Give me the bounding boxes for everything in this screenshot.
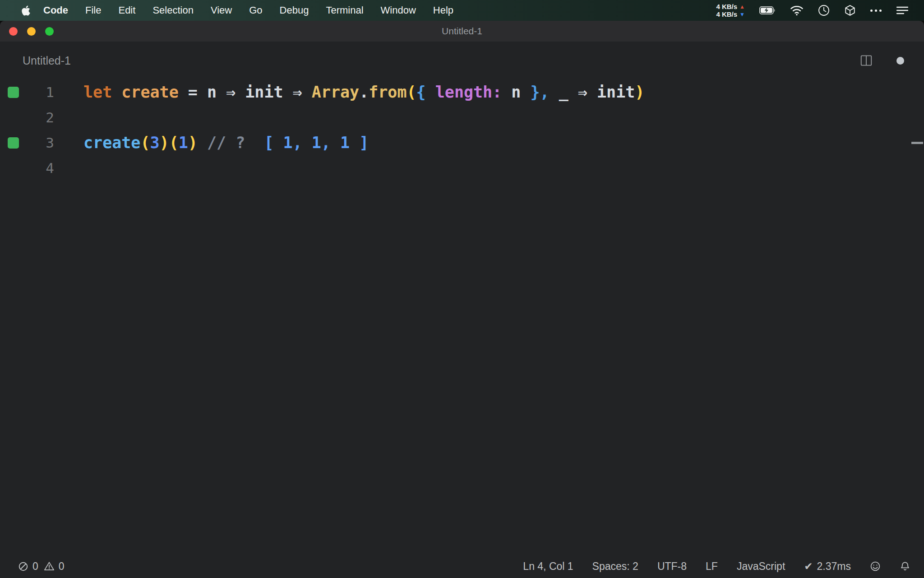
close-button[interactable] [9, 27, 18, 36]
menu-item-help[interactable]: Help [425, 5, 462, 16]
code-token: n [207, 83, 217, 101]
code-token: n [502, 83, 530, 101]
menu-items: Code File Edit Selection View Go Debug T… [35, 5, 462, 16]
quokka-coverage-indicator [0, 137, 29, 149]
feedback-button[interactable] [870, 561, 881, 572]
zoom-button[interactable] [45, 27, 54, 36]
error-icon [18, 561, 28, 572]
battery-status-item[interactable] [759, 6, 776, 14]
code-token: // ? [207, 134, 245, 152]
list-icon [896, 6, 909, 15]
quokka-perf[interactable]: ✔ 2.37ms [804, 560, 851, 573]
cursor-position[interactable]: Ln 4, Col 1 [523, 560, 573, 573]
menu-item-terminal[interactable]: Terminal [317, 5, 372, 16]
apple-icon [22, 5, 30, 16]
code-text: let create = n ⇒ init ⇒ Array.from({ len… [54, 83, 644, 101]
menu-item-selection[interactable]: Selection [144, 5, 202, 16]
code-line-2[interactable]: 2 [0, 105, 924, 130]
menu-item-file[interactable]: File [77, 5, 110, 16]
problems-button[interactable]: 0 0 [18, 560, 65, 573]
code-token: ⇒ [217, 83, 245, 101]
smiley-icon [870, 561, 881, 572]
code-token: create [121, 83, 178, 101]
code-token [198, 134, 207, 152]
menu-item-go[interactable]: Go [240, 5, 271, 16]
code-token: init [597, 83, 635, 101]
menu-item-view[interactable]: View [202, 5, 240, 16]
status-bar: 0 0 Ln 4, Col 1 Spaces: 2 UTF-8 LF JavaS… [0, 555, 924, 578]
upload-arrow-icon: ▲ [739, 4, 745, 9]
line-number: 3 [29, 135, 54, 151]
line-number: 1 [29, 84, 54, 100]
line-number: 2 [29, 109, 54, 126]
network-upload-row: 4 KB/s ▲ [716, 3, 745, 10]
minimize-button[interactable] [27, 27, 36, 36]
wifi-status-item[interactable] [790, 5, 804, 16]
code-token: from [369, 83, 407, 101]
quokka-coverage-indicator [0, 87, 29, 98]
editor[interactable]: 1let create = n ⇒ init ⇒ Array.from({ le… [0, 79, 924, 555]
download-arrow-icon: ▼ [739, 12, 745, 17]
code-token: let [83, 83, 112, 101]
warning-count: 0 [59, 560, 65, 573]
network-upload-value: 4 KB/s [716, 3, 737, 10]
menu-item-edit[interactable]: Edit [110, 5, 144, 16]
network-download-row: 4 KB/s ▼ [716, 10, 745, 18]
code-line-3[interactable]: 3create(3)(1) // ? [ 1, 1, 1 ] [0, 130, 924, 155]
editor-tab-title[interactable]: Untitled-1 [23, 54, 71, 67]
errors-group: 0 [18, 560, 38, 573]
menu-bar-status-items: 4 KB/s ▲ 4 KB/s ▼ [716, 3, 909, 18]
menu-item-code[interactable]: Code [35, 5, 77, 16]
error-count: 0 [32, 560, 38, 573]
split-editor-button[interactable] [859, 54, 873, 67]
apple-menu[interactable] [17, 5, 35, 16]
window-title: Untitled-1 [0, 26, 924, 37]
vscode-window: Untitled-1 Untitled-1 1let create = n ⇒ … [0, 21, 924, 578]
eol-sequence[interactable]: LF [706, 560, 718, 573]
code-line-4[interactable]: 4 [0, 155, 924, 181]
network-speed-item[interactable]: 4 KB/s ▲ 4 KB/s ▼ [716, 3, 745, 18]
code-token: _ ⇒ [550, 83, 597, 101]
code-token: [ 1, 1, 1 ] [264, 134, 369, 152]
code-token: = [179, 83, 207, 101]
status-bar-right: Ln 4, Col 1 Spaces: 2 UTF-8 LF JavaScrip… [523, 560, 910, 573]
code-token: length: [435, 83, 502, 101]
cube-icon [844, 5, 856, 16]
code-token: { [416, 83, 435, 101]
unsaved-indicator-dot[interactable] [896, 57, 904, 65]
code-token: 1 [179, 134, 188, 152]
code-token: 3 [150, 134, 160, 152]
menu-item-window[interactable]: Window [372, 5, 425, 16]
title-bar[interactable]: Untitled-1 [0, 21, 924, 42]
clock-icon [818, 5, 830, 16]
list-status-item[interactable] [896, 6, 909, 15]
code-token: Array [312, 83, 359, 101]
ellipsis-status-item[interactable] [870, 9, 882, 12]
traffic-lights [0, 27, 54, 36]
warning-icon [44, 561, 55, 572]
bell-icon [900, 561, 910, 572]
menu-item-debug[interactable]: Debug [271, 5, 318, 16]
encoding[interactable]: UTF-8 [657, 560, 687, 573]
quokka-perf-value: 2.37ms [817, 560, 851, 573]
code-token: create [83, 134, 140, 152]
code-text: create(3)(1) // ? [ 1, 1, 1 ] [54, 134, 369, 152]
code-token: ) [635, 83, 644, 101]
coverage-square-icon [8, 137, 19, 149]
ellipsis-icon [870, 9, 873, 12]
indentation[interactable]: Spaces: 2 [592, 560, 638, 573]
clock-status-item[interactable] [818, 5, 830, 16]
code-token [245, 134, 264, 152]
menu-bar: Code File Edit Selection View Go Debug T… [0, 0, 924, 21]
code-token: }, [530, 83, 549, 101]
code-line-1[interactable]: 1let create = n ⇒ init ⇒ Array.from({ le… [0, 79, 924, 105]
code-token: ) [188, 134, 198, 152]
code-token: ( [140, 134, 150, 152]
language-mode[interactable]: JavaScript [737, 560, 785, 573]
notifications-button[interactable] [900, 561, 910, 572]
cube-status-item[interactable] [844, 5, 856, 16]
editor-header-actions [859, 54, 904, 67]
split-editor-icon [859, 54, 873, 67]
wifi-icon [790, 5, 804, 16]
line-number: 4 [29, 160, 54, 176]
